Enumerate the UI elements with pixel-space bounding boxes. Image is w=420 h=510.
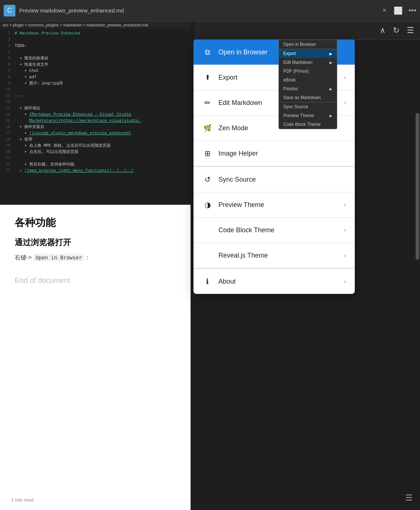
window-more-icon[interactable]: ••• (409, 6, 416, 15)
main-menu-about[interactable]: ℹ About › (194, 268, 355, 294)
main-menu-preview-theme[interactable]: ◑ Preview Theme › (194, 192, 355, 218)
mini-menu-label: Code Block Theme (283, 122, 321, 127)
mini-menu-label: Export (283, 51, 296, 56)
about-chevron-icon: › (344, 278, 346, 285)
mini-context-menu: Open in Browser Export ▶ Edit Markdown ▶… (279, 40, 337, 129)
mini-menu-label: Edit Markdown (283, 60, 312, 65)
preview-panel: 各种功能 通过浏览器打开 右键-> Open in Browser： End o… (0, 205, 191, 510)
scrollbar[interactable] (415, 40, 420, 510)
mini-menu-export[interactable]: Export ▶ (279, 49, 337, 58)
mini-menu-label: Open in Browser (283, 42, 316, 47)
mini-menu-sync-source[interactable]: Sync Source (279, 102, 337, 111)
main-menu-image-helper[interactable]: ⊞ Image Helper (194, 141, 355, 166)
edit-chevron-icon: › (344, 99, 346, 106)
mini-chevron-icon: ▶ (329, 61, 332, 65)
main-menu-sync-source[interactable]: ↺ Sync Source (194, 166, 355, 192)
breadcrumb-path: src > plugin > common_plugins > markdown… (3, 23, 148, 27)
tab-icon: C (4, 5, 15, 17)
mini-chevron-icon: ▶ (329, 52, 332, 56)
mini-menu-label: eBook (283, 77, 296, 83)
preview-code-snippet: Open in Browser (33, 254, 84, 261)
window-toggle-icon[interactable]: ⬜ (394, 6, 403, 15)
tab-bar: C Preview markdown_preview_enhanced.md ×… (0, 0, 420, 21)
mini-menu-ebook[interactable]: eBook (279, 76, 337, 84)
preview-text-suffix: ： (84, 254, 90, 261)
preview-text-prefix: 右键-> (15, 254, 33, 261)
menu-label-revealjs-theme: Reveal.js Theme (218, 252, 344, 259)
preview-theme-icon: ◑ (202, 200, 213, 210)
mini-menu-pdf[interactable]: PDF (Prince) (279, 67, 337, 76)
revealjs-chevron-icon: › (344, 252, 346, 259)
preview-heading-features: 各种功能 (15, 216, 176, 230)
code-text: # Markdown Preview Enhanced TODO: • 预览的效… (13, 29, 142, 204)
export-icon: ⬆ (202, 72, 213, 83)
preview-content: 各种功能 通过浏览器打开 右键-> Open in Browser： End o… (0, 205, 191, 296)
line-numbers: 1234567891011121314151617181920212223 (0, 29, 13, 204)
mini-menu-preview-theme[interactable]: Preview Theme ▶ (279, 111, 337, 120)
bottom-menu-button[interactable]: ☰ (405, 493, 413, 503)
sync-source-icon: ↺ (202, 174, 213, 185)
preview-theme-chevron-icon: › (344, 201, 346, 208)
mini-chevron-icon: ▶ (329, 87, 332, 91)
refresh-button[interactable]: ↻ (393, 26, 399, 35)
preview-instruction: 右键-> Open in Browser： (15, 254, 176, 262)
revealjs-theme-icon (202, 250, 213, 261)
code-block-chevron-icon: › (344, 227, 346, 233)
tab-title: Preview markdown_preview_enhanced.md (19, 7, 378, 14)
tab-actions: ⬜ ••• (394, 6, 416, 15)
toolbar: ∧ ↻ ☰ (194, 21, 420, 40)
menu-label-sync-source: Sync Source (218, 176, 346, 183)
preview-heading-browser: 通过浏览器打开 (15, 237, 176, 248)
about-icon: ℹ (202, 276, 213, 287)
export-chevron-icon: › (344, 74, 346, 81)
edit-markdown-icon: ✏ (202, 98, 213, 108)
mini-menu-open-in-browser[interactable]: Open in Browser (279, 40, 337, 49)
mini-menu-label: Sync Source (283, 104, 308, 109)
mini-menu-pandoc[interactable]: Pandoc ▶ (279, 84, 337, 93)
main-menu-revealjs-theme[interactable]: Reveal.js Theme › (194, 243, 355, 268)
zen-mode-icon: 🌿 (202, 123, 213, 133)
main-menu-code-block-theme[interactable]: Code Block Theme › (194, 218, 355, 243)
menu-label-image-helper: Image Helper (218, 150, 346, 157)
scrollbar-thumb[interactable] (416, 113, 419, 260)
code-content: 1234567891011121314151617181920212223 # … (0, 29, 191, 204)
code-block-theme-icon (202, 225, 213, 235)
preview-end-of-document: End of document (15, 276, 176, 285)
mini-menu-label: PDF (Prince) (283, 69, 309, 74)
mini-chevron-icon: ▶ (329, 114, 332, 118)
preview-footer: 1 min read (11, 497, 33, 503)
open-in-browser-icon: ⧉ (202, 47, 213, 57)
menu-label-about: About (218, 278, 344, 285)
image-helper-icon: ⊞ (202, 148, 213, 159)
code-panel: src > plugin > common_plugins > markdown… (0, 21, 191, 205)
mini-menu-label: Preview Theme (283, 113, 314, 118)
menu-label-preview-theme: Preview Theme (218, 201, 344, 209)
breadcrumb: src > plugin > common_plugins > markdown… (0, 21, 191, 29)
menu-label-code-block-theme: Code Block Theme (218, 226, 344, 234)
mini-menu-code-block-theme[interactable]: Code Block Theme (279, 120, 337, 129)
tab-close-button[interactable]: × (382, 7, 386, 14)
mini-menu-label: Pandoc (283, 86, 298, 91)
mini-menu-edit-markdown[interactable]: Edit Markdown ▶ (279, 58, 337, 67)
mini-menu-save-as-markdown[interactable]: Save as Markdown (279, 93, 337, 102)
menu-button[interactable]: ☰ (407, 26, 414, 35)
mini-menu-label: Save as Markdown (283, 95, 321, 100)
scroll-up-button[interactable]: ∧ (380, 26, 386, 35)
